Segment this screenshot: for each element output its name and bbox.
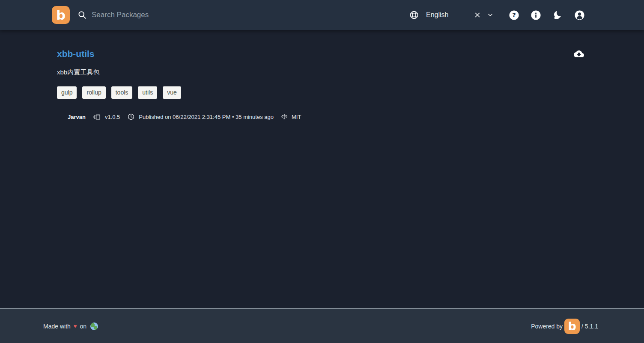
verdaccio-footer-logo: b [564,319,580,334]
svg-text:?: ? [512,11,516,18]
language-select[interactable]: English [409,10,495,20]
powered-by-text: Powered by [531,323,563,330]
package-detail: xbb-utils xbb内置工具包 gulprolluptoolsutilsv… [0,30,644,308]
package-author: Jarvan [68,114,86,120]
chevron-down-icon[interactable] [486,11,495,19]
published-group: Published on 06/22/2021 2:31:45 PM • 35 … [127,113,274,121]
made-with-text: Made with [43,323,71,330]
package-name[interactable]: xbb-utils [57,49,95,59]
page: b English [0,0,644,343]
package-description: xbb内置工具包 [57,68,584,77]
app-header: b English [0,0,644,30]
license-group: MIT [281,113,301,120]
globe-icon [409,10,419,20]
info-icon[interactable] [531,10,541,21]
footer-logo-letter: b [568,320,576,332]
app-version: / 5.1.1 [581,323,598,330]
version-icon [93,113,101,121]
on-text: on [80,323,87,330]
download-tarball-button[interactable] [574,49,584,59]
help-icon[interactable]: ? [509,10,519,21]
keyword-chip[interactable]: utils [138,86,157,99]
clear-icon[interactable] [473,10,482,20]
language-value: English [426,11,473,19]
app-footer: Made with ♥ on Powered by b / 5.1.1 [0,308,644,343]
package-version: v1.0.5 [105,114,120,120]
cloud-download-icon [574,49,584,59]
footer-made-with: Made with ♥ on [43,322,98,330]
keyword-chip[interactable]: tools [111,86,133,99]
version-group: v1.0.5 [93,113,120,121]
license-scale-icon [281,113,288,120]
published-text: Published on 06/22/2021 2:31:45 PM • 35 … [139,114,274,120]
package-meta: Jarvan v1.0.5 Pu [68,113,584,121]
keyword-chip[interactable]: gulp [57,86,77,99]
keyword-list: gulprolluptoolsutilsvue [57,86,584,99]
heart-icon: ♥ [74,323,77,329]
clock-icon [127,113,135,121]
package-license: MIT [292,114,301,120]
keyword-chip[interactable]: vue [163,86,181,99]
search-bar [78,10,409,20]
verdaccio-logo[interactable]: b [52,6,70,24]
dark-mode-icon[interactable] [552,10,563,21]
header-controls: English ? [409,10,585,21]
footer-powered-by: Powered by b / 5.1.1 [531,319,598,334]
earth-icon [90,322,98,330]
keyword-chip[interactable]: rollup [82,86,105,99]
logo-letter: b [56,9,66,22]
search-icon [78,10,87,20]
account-icon[interactable] [574,10,585,21]
search-input[interactable] [91,10,409,20]
